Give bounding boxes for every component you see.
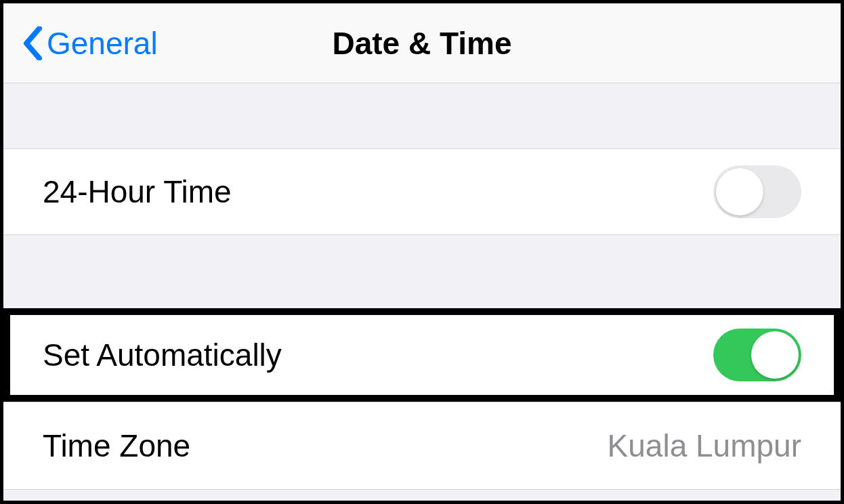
- back-label: General: [47, 25, 158, 62]
- section-spacer: [3, 235, 841, 308]
- row-label: Time Zone: [43, 427, 190, 464]
- toggle-24-hour-time[interactable]: [713, 165, 801, 218]
- highlighted-row: Set Automatically: [3, 308, 841, 402]
- row-label: Set Automatically: [43, 337, 282, 373]
- navigation-bar: General Date & Time: [3, 3, 841, 83]
- section-spacer: [3, 83, 841, 148]
- chevron-left-icon: [22, 26, 43, 60]
- row-label: 24-Hour Time: [43, 173, 232, 210]
- toggle-knob: [716, 168, 763, 215]
- back-button[interactable]: General: [22, 3, 158, 83]
- toggle-knob: [751, 331, 799, 379]
- time-zone-value: Kuala Lumpur: [608, 427, 801, 464]
- row-24-hour-time[interactable]: 24-Hour Time: [3, 148, 841, 235]
- row-set-automatically[interactable]: Set Automatically: [10, 315, 834, 395]
- row-time-zone[interactable]: Time Zone Kuala Lumpur: [3, 402, 841, 490]
- toggle-set-automatically[interactable]: [713, 329, 801, 381]
- settings-screen: General Date & Time 24-Hour Time Set Aut…: [0, 0, 844, 504]
